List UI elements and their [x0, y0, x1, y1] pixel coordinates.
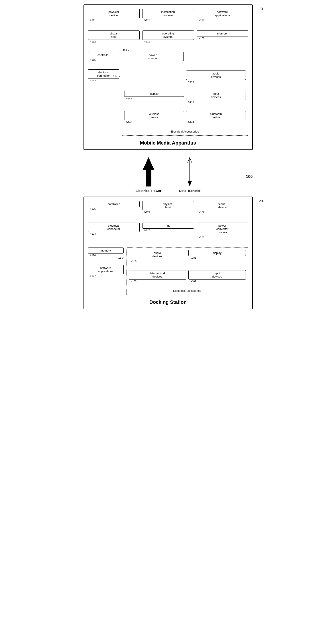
mma-accessories-box: 114 ↗ audiodevices ↳145 displ	[122, 68, 248, 136]
ref-114: 114 ↗	[113, 75, 120, 78]
virtual-device-cell: virtualdevice ↳122	[197, 201, 248, 218]
audio-devices-box: audiodevices	[186, 70, 246, 80]
d-audio-devices-ref: ↳185	[129, 260, 186, 263]
d-display-cell: display ↳181	[188, 250, 246, 267]
data-network-devices-box: data networkdevices	[129, 270, 186, 280]
physical-device-cell: physicaldevice ↳111	[88, 9, 140, 26]
mma-ref: 110	[257, 7, 263, 11]
display-box: display	[124, 91, 184, 97]
software-applications-box: softwareapplications	[197, 9, 248, 18]
input-devices-ref: ↳142	[186, 100, 246, 104]
power-source-box: powersource	[122, 52, 184, 62]
d-memory-box: memory	[88, 248, 124, 254]
operating-system-cell: operatingsystem ↳119	[142, 30, 194, 48]
svg-marker-2	[188, 181, 192, 186]
mma-accessories-label: Electrical Accessories	[124, 130, 246, 133]
virtual-host-box: virtualhost	[88, 30, 140, 40]
software-applications-ref: ↳118	[197, 19, 248, 22]
wireless-device-box: wirelessdevice	[124, 111, 184, 120]
hub-ref: ↳126	[142, 229, 194, 232]
hub-cell: hub ↳126	[142, 222, 194, 243]
down-arrow-svg	[185, 156, 194, 188]
display-cell: display ↳141	[124, 91, 184, 108]
power-converter-ref: ↳129	[197, 236, 248, 238]
d-controller-ref: ↳125	[88, 208, 140, 210]
data-network-devices-cell: data networkdevices ↳183	[129, 270, 186, 287]
virtual-host-cell: virtualhost ↳112	[88, 30, 140, 48]
d-software-applications-box: softwareapplications	[88, 265, 124, 274]
installation-modules-box: installationmodules	[142, 9, 194, 18]
page: 110 physicaldevice ↳111 installationmodu…	[83, 4, 253, 311]
docking-title: Docking Station	[88, 299, 248, 305]
up-arrow-svg	[142, 156, 155, 188]
audio-devices-cell: audiodevices ↳145	[186, 70, 246, 88]
ref-124: 124 ↗	[116, 256, 124, 260]
d-input-devices-ref: ↳182	[188, 280, 246, 283]
electrical-power-label: Electrical Power	[136, 189, 161, 192]
d-electrical-connector-ref: ↳123	[88, 232, 140, 235]
docking-accessories-box: 124 ↗ audiodevices ↳185 display ↳181	[126, 248, 248, 295]
data-transfer-arrow: Data Transfer	[179, 156, 201, 192]
bluetooth-device-cell: bluetoothdevice ↳144	[186, 111, 246, 128]
software-applications-cell: softwareapplications ↳118	[197, 9, 248, 26]
data-network-devices-ref: ↳183	[129, 280, 186, 283]
docking-box: 120 controller ↳125 physicalhost ↳121 vi…	[83, 196, 253, 309]
input-devices-box: inputdevices	[186, 91, 246, 100]
d-electrical-connector-box: electricalconnector	[88, 222, 140, 232]
arrow-section: Electrical Power Data Transfer 100	[83, 152, 253, 196]
d-display-ref: ↳181	[188, 256, 246, 259]
d-input-devices-cell: inputdevices ↳182	[188, 270, 246, 287]
installation-modules-cell: installationmodules ↳117	[142, 9, 194, 26]
power-converter-cell: powerconvertermodule ↳129	[197, 222, 248, 243]
operating-system-box: operatingsystem	[142, 30, 194, 40]
physical-host-box: physicalhost	[142, 201, 194, 210]
docking-accessories-label: Electrical Accessories	[129, 289, 246, 292]
wireless-device-ref: ↳143	[124, 121, 184, 124]
d-controller-box: controller	[88, 201, 140, 207]
hub-box: hub	[142, 222, 194, 228]
mma-title: Mobile Media Apparatus	[88, 140, 248, 146]
power-converter-box: powerconvertermodule	[197, 222, 248, 235]
operating-system-ref: ↳119	[142, 40, 194, 43]
mma-box: 110 physicaldevice ↳111 installationmodu…	[83, 4, 253, 150]
electrical-connector-ref: ↳113	[88, 79, 119, 82]
controller-box: controller	[88, 52, 119, 58]
ref-109: 109 ↗	[123, 49, 130, 52]
d-software-applications-cell: softwareapplications ↳127	[88, 265, 124, 282]
d-input-devices-box: inputdevices	[188, 270, 246, 280]
bluetooth-device-ref: ↳144	[186, 121, 246, 124]
virtual-device-ref: ↳122	[197, 211, 248, 214]
bluetooth-device-box: bluetoothdevice	[186, 111, 246, 120]
installation-modules-ref: ↳117	[142, 19, 194, 22]
memory-cell: memory ↳108	[197, 30, 248, 48]
electrical-power-arrow: Electrical Power	[136, 156, 161, 192]
virtual-host-ref: ↳112	[88, 40, 140, 43]
controller-cell: controller ↳115	[88, 52, 119, 66]
virtual-device-box: virtualdevice	[197, 201, 248, 210]
controller-ref: ↳115	[88, 58, 119, 62]
d-electrical-connector-cell: electricalconnector ↳123	[88, 222, 140, 243]
d-audio-devices-cell: audiodevices ↳185	[129, 250, 186, 267]
wireless-device-cell: wirelessdevice ↳143	[124, 111, 184, 128]
power-source-cell: powersource	[122, 52, 184, 66]
d-display-box: display	[188, 250, 246, 256]
audio-devices-ref: ↳145	[186, 80, 246, 83]
d-software-applications-ref: ↳127	[88, 275, 124, 278]
physical-host-cell: physicalhost ↳121	[142, 201, 194, 218]
d-audio-devices-box: audiodevices	[129, 250, 186, 259]
physical-device-ref: ↳111	[88, 19, 140, 22]
input-devices-cell: inputdevices ↳142	[186, 91, 246, 108]
display-ref: ↳141	[124, 97, 184, 100]
svg-marker-0	[143, 158, 154, 186]
fig-number: 100	[246, 174, 253, 179]
d-controller-cell: controller ↳125	[88, 201, 140, 218]
physical-device-box: physicaldevice	[88, 9, 140, 18]
docking-ref: 120	[257, 199, 263, 203]
data-transfer-label: Data Transfer	[179, 189, 201, 192]
memory-ref: ↳108	[197, 37, 248, 40]
memory-box: memory	[197, 30, 248, 36]
physical-host-ref: ↳121	[142, 211, 194, 214]
